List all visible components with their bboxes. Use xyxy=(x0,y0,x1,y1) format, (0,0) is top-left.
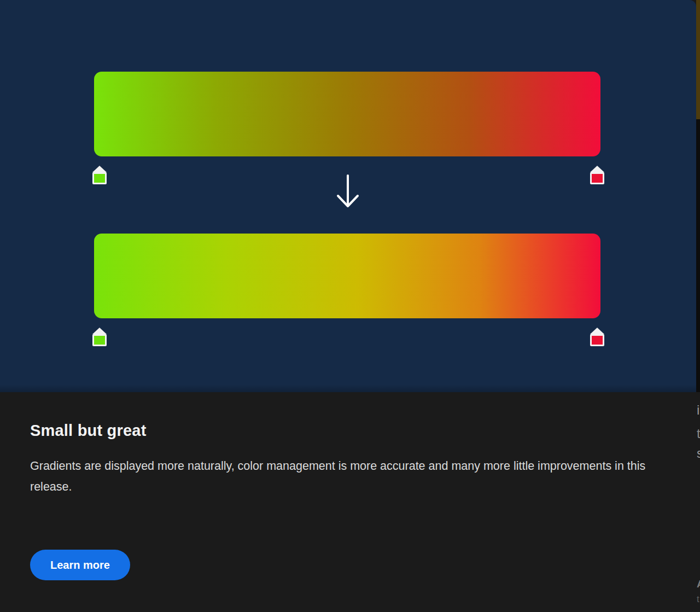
gradient-before-bar xyxy=(94,72,600,156)
start-color-swatch xyxy=(92,334,107,346)
gradient-stop-marker-end xyxy=(590,166,604,184)
card-description: Gradients are displayed more naturally, … xyxy=(30,456,664,497)
feature-card: Small but great Gradients are displayed … xyxy=(0,392,700,612)
learn-more-button[interactable]: Learn more xyxy=(30,550,130,580)
end-color-swatch xyxy=(590,334,604,346)
down-arrow-icon xyxy=(335,174,360,211)
gradient-after-bar xyxy=(94,234,600,318)
start-color-swatch xyxy=(92,172,107,184)
gradient-stop-marker-start xyxy=(92,166,107,184)
end-color-swatch xyxy=(590,172,604,184)
next-card-image-edge xyxy=(696,0,700,119)
marker-roof xyxy=(590,166,604,172)
card-heading: Small but great xyxy=(30,422,147,440)
whats-new-hero-panel xyxy=(0,0,696,392)
gradient-stop-marker-start xyxy=(92,328,107,346)
gradient-stop-marker-end xyxy=(590,328,604,346)
marker-roof xyxy=(92,328,107,334)
marker-roof xyxy=(590,328,604,334)
marker-roof xyxy=(92,166,107,172)
